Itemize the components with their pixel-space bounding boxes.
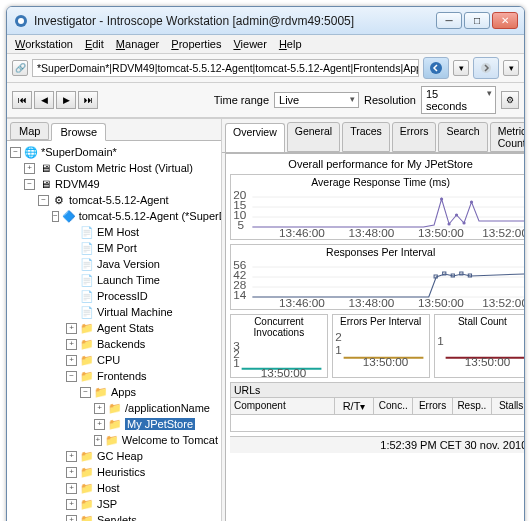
menu-viewer[interactable]: Viewer [233,38,266,50]
svg-text:14: 14 [233,289,246,301]
nav-back-button[interactable] [423,57,449,79]
toggle-icon[interactable]: + [66,355,77,366]
metric-icon: 📄 [80,257,94,271]
col-stalls[interactable]: Stalls [492,398,525,414]
tree-item[interactable]: CPU [97,354,120,366]
time-next-button[interactable]: ▶ [56,91,76,109]
folder-icon: 📁 [80,337,94,351]
tree-root[interactable]: *SuperDomain* [41,146,117,158]
toggle-icon[interactable]: − [52,211,59,222]
overview-panel: Overall performance for My JPetStore Ave… [225,153,525,521]
tab-errors[interactable]: Errors [392,122,437,152]
toggle-icon[interactable]: − [80,387,91,398]
close-button[interactable]: ✕ [492,12,518,29]
col-rt[interactable]: R/T▾ [335,398,374,414]
nav-forward-button[interactable] [473,57,499,79]
chart-responses: Responses Per Interval 56422814 13:46:00… [230,244,525,310]
process-icon: ⚙ [52,193,66,207]
menubar: Workstation Edit Manager Properties View… [7,35,524,54]
metric-icon: 📄 [80,289,94,303]
time-last-button[interactable]: ⏭ [78,91,98,109]
toggle-icon[interactable]: − [10,147,21,158]
toggle-icon[interactable]: + [66,339,77,350]
tree-item[interactable]: Apps [111,386,136,398]
toggle-icon[interactable]: + [66,483,77,494]
tab-overview[interactable]: Overview [225,123,285,153]
nav-forward-menu[interactable]: ▾ [503,60,519,76]
col-resp[interactable]: Resp.. [453,398,492,414]
tree-item[interactable]: JSP [97,498,117,510]
toggle-icon[interactable]: + [94,419,105,430]
toggle-icon[interactable]: + [66,467,77,478]
chart-stall: Stall Count 113:50:00 [434,314,525,378]
toggle-icon[interactable]: − [38,195,49,206]
nav-back-menu[interactable]: ▾ [453,60,469,76]
toggle-icon[interactable]: + [66,499,77,510]
folder-icon: 📁 [94,385,108,399]
folder-icon: 📁 [80,481,94,495]
menu-help[interactable]: Help [279,38,302,50]
breadcrumb[interactable]: *SuperDomain*|RDVM49|tomcat-5.5.12-Agent… [32,59,419,77]
tree-item[interactable]: Host [97,482,120,494]
col-errors[interactable]: Errors [413,398,452,414]
col-conc[interactable]: Conc.. [374,398,413,414]
menu-workstation[interactable]: Workstation [15,38,73,50]
tree-item[interactable]: tomcat-5.5.12-Agent [69,194,169,206]
toggle-icon[interactable]: + [94,403,105,414]
tree-item[interactable]: Servlets [97,514,137,521]
tab-search[interactable]: Search [438,122,487,152]
time-prev-button[interactable]: ◀ [34,91,54,109]
svg-text:1: 1 [437,334,444,347]
svg-text:13:50:00: 13:50:00 [418,297,464,309]
tab-traces[interactable]: Traces [342,122,390,152]
urls-header: Component R/T▾ Conc.. Errors Resp.. Stal… [231,398,525,415]
tab-general[interactable]: General [287,122,340,152]
toggle-icon[interactable]: + [66,323,77,334]
toggle-icon[interactable]: − [24,179,35,190]
titlebar: Investigator - Introscope Workstation [a… [7,7,524,35]
panel-title: Overall performance for My JPetStore [230,158,525,170]
tree-item[interactable]: EM Port [97,242,137,254]
tab-map[interactable]: Map [10,122,49,140]
tree-item[interactable]: Frontends [97,370,147,382]
folder-icon: 📁 [80,321,94,335]
svg-text:13:50:00: 13:50:00 [261,366,307,379]
tree-item[interactable]: EM Host [97,226,139,238]
toggle-icon[interactable]: + [24,163,35,174]
svg-text:13:46:00: 13:46:00 [279,227,325,239]
tree-item[interactable]: /applicationName [125,402,210,414]
tree-item[interactable]: Heuristics [97,466,145,478]
tree-item[interactable]: RDVM49 [55,178,100,190]
timerange-select[interactable]: Live [274,92,359,108]
toggle-icon[interactable]: + [66,451,77,462]
toggle-icon[interactable]: + [66,515,77,522]
tree-view[interactable]: −🌐*SuperDomain* +🖥Custom Metric Host (Vi… [7,141,221,521]
tree-item[interactable]: GC Heap [97,450,143,462]
resolution-select[interactable]: 15 seconds [421,86,496,114]
maximize-button[interactable]: □ [464,12,490,29]
tree-item[interactable]: Java Version [97,258,160,270]
toggle-icon[interactable]: − [66,371,77,382]
metric-icon: 📄 [80,241,94,255]
tree-item[interactable]: ProcessID [97,290,148,302]
time-options-button[interactable]: ⚙ [501,91,519,109]
toggle-icon[interactable]: + [94,435,102,446]
tree-item[interactable]: Agent Stats [97,322,154,334]
col-component[interactable]: Component [231,398,335,414]
tab-browse[interactable]: Browse [51,123,106,141]
path-icon[interactable]: 🔗 [12,60,28,76]
time-first-button[interactable]: ⏮ [12,91,32,109]
tree-item[interactable]: tomcat-5.5.12-Agent (*SuperDomain*) [79,210,221,222]
menu-properties[interactable]: Properties [171,38,221,50]
menu-manager[interactable]: Manager [116,38,159,50]
tree-item-selected[interactable]: My JPetStore [125,418,195,430]
tree-item[interactable]: Virtual Machine [97,306,173,318]
tree-item[interactable]: Launch Time [97,274,160,286]
menu-edit[interactable]: Edit [85,38,104,50]
minimize-button[interactable]: ─ [436,12,462,29]
tree-item[interactable]: Welcome to Tomcat [122,434,218,446]
tree-item[interactable]: Custom Metric Host (Virtual) [55,162,193,174]
tree-item[interactable]: Backends [97,338,145,350]
tab-metriccount[interactable]: Metric Count [490,122,525,152]
urls-panel: URLs Component R/T▾ Conc.. Errors Resp..… [230,382,525,432]
